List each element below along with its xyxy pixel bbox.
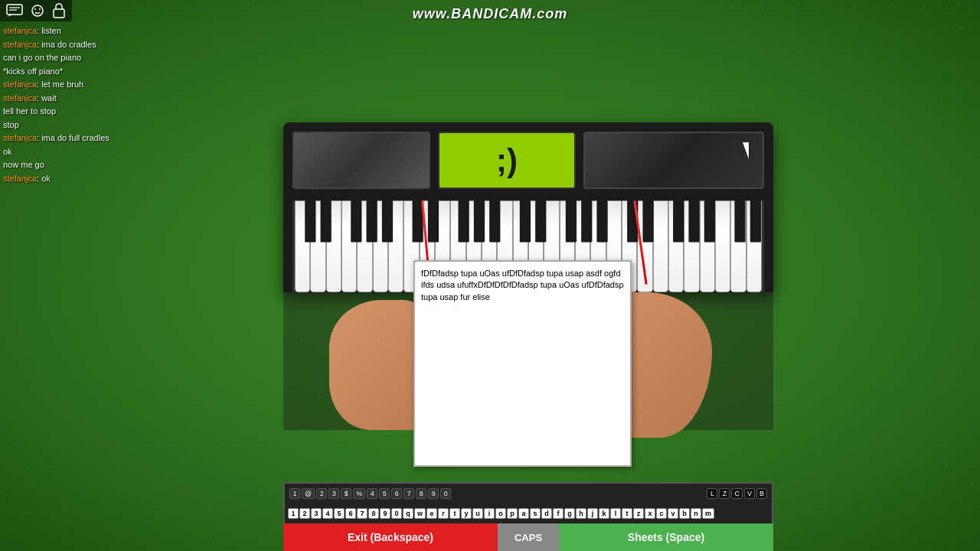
piano-key-white[interactable] xyxy=(700,201,715,292)
piano-top-section: ;) xyxy=(292,132,764,193)
piano-center-display: ;) xyxy=(438,132,576,189)
key-letter-item[interactable]: 5 xyxy=(334,508,345,519)
chat-line: stefanjca: ok xyxy=(3,172,165,185)
key-letter-item[interactable]: y xyxy=(461,508,472,519)
caps-button[interactable]: CAPS xyxy=(498,523,559,551)
chat-line: stefanjca: ima do cradles xyxy=(3,38,165,51)
key-letter-item[interactable]: 0 xyxy=(391,508,402,519)
key-symbol-item[interactable]: @ xyxy=(302,488,315,499)
chat-line: *kicks off piano* xyxy=(3,65,165,78)
symbol-row: 1 @ 2 3 $ % 4 5 6 7 8 9 0 L Z C V B xyxy=(283,482,773,504)
key-letter-item[interactable]: t xyxy=(622,508,632,519)
key-symbol-item[interactable]: 1 xyxy=(289,488,300,499)
key-symbol-item[interactable]: 7 xyxy=(403,488,414,499)
sheet-dialog: fDfDfadsp tupa uOas ufDfDfadsp tupa usap… xyxy=(413,260,632,467)
chat-line: tell her to stop xyxy=(3,105,165,118)
piano-key-white[interactable] xyxy=(684,201,699,292)
key-letter-item[interactable]: x xyxy=(645,508,655,519)
key-black-label[interactable]: V xyxy=(744,488,755,499)
key-black-label[interactable]: C xyxy=(731,488,743,499)
sheet-content: fDfDfadsp tupa uOas ufDfDfadsp tupa usap… xyxy=(421,268,624,303)
key-letter-item[interactable]: 6 xyxy=(345,508,356,519)
key-black-label[interactable]: Z xyxy=(719,488,730,499)
key-symbol-item[interactable]: 8 xyxy=(416,488,426,499)
key-letter-item[interactable]: b xyxy=(679,508,690,519)
key-letter-item[interactable]: t xyxy=(449,508,460,519)
key-letter-item[interactable]: p xyxy=(507,508,518,519)
svg-point-6 xyxy=(39,8,41,10)
key-letter-item[interactable]: 9 xyxy=(380,508,390,519)
chat-line: stefanjca: ima do full cradles xyxy=(3,132,165,145)
key-symbol-item[interactable]: 6 xyxy=(391,488,402,499)
sheets-button[interactable]: Sheets (Space) xyxy=(559,523,773,551)
key-letter-item[interactable]: m xyxy=(702,508,714,519)
chat-icon[interactable] xyxy=(6,4,23,18)
key-letter-item[interactable]: c xyxy=(656,508,667,519)
piano-key-white[interactable] xyxy=(653,201,668,292)
lock-icon[interactable] xyxy=(52,3,66,18)
key-letter-item[interactable]: h xyxy=(576,508,586,519)
key-letter-item[interactable]: 2 xyxy=(299,508,310,519)
piano-key-white[interactable] xyxy=(357,201,372,292)
key-black-label[interactable]: B xyxy=(756,488,767,499)
key-symbol-item[interactable]: 4 xyxy=(367,488,377,499)
key-symbol-item[interactable]: 0 xyxy=(440,488,451,499)
chat-panel: stefanjca: listen stefanjca: ima do crad… xyxy=(0,21,168,188)
chat-line: now me go xyxy=(3,158,165,171)
key-letter-item[interactable]: s xyxy=(530,508,541,519)
key-symbol-item[interactable]: $ xyxy=(341,488,351,499)
key-letter-item[interactable]: j xyxy=(587,508,598,519)
piano-key-white[interactable] xyxy=(730,201,746,292)
piano-smiley: ;) xyxy=(496,142,518,179)
bottom-ui: 1 @ 2 3 $ % 4 5 6 7 8 9 0 L Z C V B 1 2 … xyxy=(283,482,773,551)
chat-username: stefanjca xyxy=(3,26,37,35)
piano-key-white[interactable] xyxy=(746,201,762,292)
exit-button[interactable]: Exit (Backspace) xyxy=(283,523,498,551)
key-symbol-item[interactable]: 3 xyxy=(328,488,339,499)
chat-line: stefanjca: listen xyxy=(3,24,165,37)
piano-key-white[interactable] xyxy=(373,201,388,292)
key-letter-item[interactable]: 8 xyxy=(368,508,379,519)
chat-line: ok xyxy=(3,145,165,158)
piano-key-white[interactable] xyxy=(326,201,341,292)
svg-rect-7 xyxy=(54,9,64,18)
key-letter-item[interactable]: v xyxy=(668,508,678,519)
key-letter-item[interactable]: w xyxy=(414,508,426,519)
key-letter-item[interactable]: r xyxy=(438,508,449,519)
key-letter-item[interactable]: l xyxy=(610,508,621,519)
key-letter-item[interactable]: q xyxy=(403,508,413,519)
bottom-buttons-bar: Exit (Backspace) CAPS Sheets (Space) xyxy=(283,523,773,551)
key-symbol-item[interactable]: 9 xyxy=(428,488,439,499)
key-letter-item[interactable]: a xyxy=(518,508,529,519)
letters-row: 1 2 3 4 5 6 7 8 9 0 q w e r t y u i o p … xyxy=(283,504,773,523)
key-letter-item[interactable]: 7 xyxy=(357,508,368,519)
top-icons-bar xyxy=(0,0,72,21)
key-letter-item[interactable]: z xyxy=(633,508,644,519)
emoji-icon[interactable] xyxy=(29,4,46,18)
key-letter-item[interactable]: u xyxy=(472,508,483,519)
piano-left-display xyxy=(292,132,430,189)
key-symbol-item[interactable]: % xyxy=(353,488,365,499)
key-symbol-item[interactable]: 5 xyxy=(379,488,390,499)
key-letter-item[interactable]: g xyxy=(564,508,575,519)
key-letter-item[interactable]: k xyxy=(599,508,609,519)
key-letter-item[interactable]: 4 xyxy=(322,508,333,519)
key-letter-item[interactable]: n xyxy=(691,508,701,519)
key-letter-item[interactable]: d xyxy=(541,508,552,519)
piano-key-white[interactable] xyxy=(310,201,325,292)
svg-point-4 xyxy=(32,5,43,16)
piano-key-white[interactable] xyxy=(715,201,730,292)
key-black-label[interactable]: L xyxy=(707,488,717,499)
piano-key-white[interactable] xyxy=(388,201,403,292)
chat-line: stefanjca: let me bruh xyxy=(3,78,165,91)
key-symbol-item[interactable]: 2 xyxy=(316,488,327,499)
piano-key-white[interactable] xyxy=(668,201,684,292)
piano-key-white[interactable] xyxy=(341,201,357,292)
key-letter-item[interactable]: e xyxy=(426,508,437,519)
key-letter-item[interactable]: 3 xyxy=(311,508,322,519)
key-letter-item[interactable]: i xyxy=(484,508,495,519)
piano-key-white[interactable] xyxy=(295,201,310,292)
key-letter-item[interactable]: 1 xyxy=(288,508,299,519)
key-letter-item[interactable]: o xyxy=(495,508,506,519)
key-letter-item[interactable]: f xyxy=(553,508,564,519)
